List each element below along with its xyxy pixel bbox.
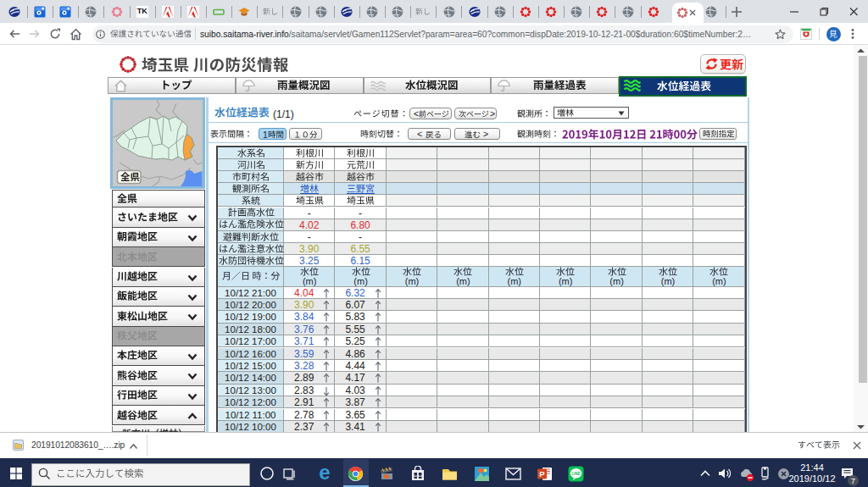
svg-text:LINE: LINE	[571, 472, 580, 476]
svg-text:P: P	[539, 469, 545, 479]
